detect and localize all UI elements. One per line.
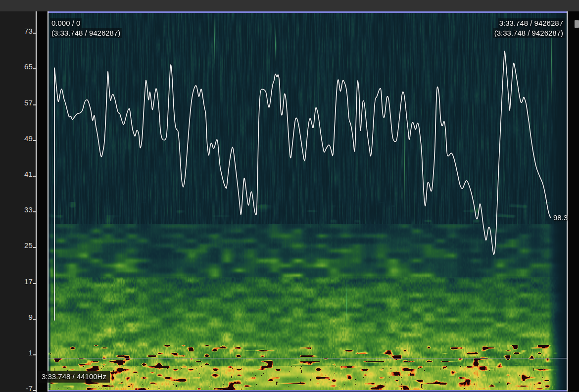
axis-tick-label: 17 (24, 277, 33, 286)
axis-tick-label: -7 (26, 384, 33, 392)
axis-tick-41: 41 (1, 168, 36, 179)
duration-label: 3:33.748 / 9426287 (498, 18, 565, 28)
spectrogram-panel (48, 11, 568, 392)
axis-tick-57: 57 (1, 97, 36, 108)
window-titlebar (0, 0, 579, 11)
axis-tick-label: 49 (24, 134, 33, 143)
axis-tick-label: 57 (24, 98, 33, 107)
axis-tick-1: 1 (1, 347, 36, 358)
app-window: 736557494133251791-7 0.000 / 0 (3:33.748… (0, 0, 579, 392)
axis-tick-17: 17 (1, 276, 36, 287)
cursor-time-label: 0.000 / 0 (50, 18, 82, 28)
axis-tick-label: 41 (24, 170, 33, 178)
axis-tick--7: -7 (1, 383, 36, 392)
selection-top-border (48, 11, 567, 13)
panel-gap (37, 11, 48, 392)
axis-tick-9: 9 (1, 311, 36, 322)
trace-end-value-label: 98.3 (553, 213, 568, 223)
panel-left-border (48, 11, 48, 392)
duration-readout: 3:33.748 / 9426287 (3:33.748 / 9426287) (493, 18, 565, 38)
axis-tick-73: 73 (1, 25, 36, 36)
cursor-position-readout: 0.000 / 0 (3:33.748 / 9426287) (50, 18, 122, 38)
axis-tick-label: 65 (24, 62, 33, 71)
axis-tick-25: 25 (1, 240, 36, 250)
axis-tick-label: 9 (28, 313, 33, 321)
axis-tick-33: 33 (1, 204, 36, 215)
selection-range-label-left: (3:33.748 / 9426287) (50, 28, 122, 38)
right-margin (568, 11, 579, 392)
selection-range-label-right: (3:33.748 / 9426287) (493, 28, 565, 38)
axis-tick-65: 65 (1, 61, 36, 72)
axis-tick-49: 49 (1, 133, 36, 144)
axis-tick-label: 73 (24, 27, 33, 35)
selection-bottom-border (48, 390, 567, 392)
axis-tick-label: 25 (24, 241, 33, 249)
left-scale-axis: 736557494133251791-7 (0, 11, 37, 392)
samplerate-readout: 3:33.748 / 44100Hz (38, 371, 110, 383)
spectrogram-canvas[interactable] (48, 13, 567, 390)
axis-tick-label: 33 (24, 205, 33, 214)
axis-tick-label: 1 (28, 348, 33, 357)
scrollbar-thumb[interactable] (575, 20, 579, 28)
samplerate-label: 3:33.748 / 44100Hz (38, 371, 110, 383)
